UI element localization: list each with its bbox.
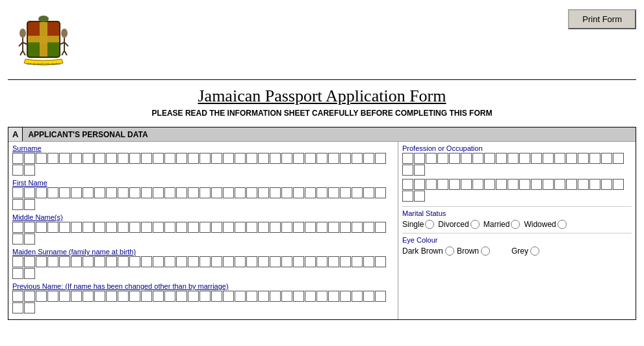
maiden-surname-label[interactable]: Maiden Surname (family name at birth) (12, 248, 394, 256)
char-box[interactable] (118, 153, 129, 164)
char-box[interactable] (141, 222, 152, 233)
char-box[interactable] (461, 153, 472, 164)
char-box[interactable] (305, 291, 316, 302)
char-box[interactable] (496, 179, 507, 190)
char-box[interactable] (270, 222, 281, 233)
char-box[interactable] (352, 222, 363, 233)
grey-radio[interactable] (530, 246, 539, 256)
char-box[interactable] (164, 222, 175, 233)
dark-brown-radio[interactable] (445, 246, 454, 256)
char-box[interactable] (437, 153, 448, 164)
marital-married-item[interactable]: Married (483, 220, 521, 229)
char-box[interactable] (496, 153, 507, 164)
char-box[interactable] (235, 256, 246, 267)
char-box[interactable] (589, 153, 600, 164)
char-box[interactable] (176, 187, 187, 198)
char-box[interactable] (293, 291, 304, 302)
char-box[interactable] (129, 187, 140, 198)
widowed-radio[interactable] (558, 220, 567, 229)
char-box[interactable] (281, 256, 292, 267)
char-box[interactable] (601, 153, 612, 164)
char-box[interactable] (59, 187, 70, 198)
char-box[interactable] (24, 165, 35, 176)
char-box[interactable] (141, 153, 152, 164)
char-box[interactable] (293, 187, 304, 198)
eye-brown-item[interactable]: Brown (457, 246, 509, 256)
char-box[interactable] (47, 256, 58, 267)
char-box[interactable] (316, 256, 328, 267)
char-box[interactable] (36, 153, 47, 164)
char-box[interactable] (328, 187, 339, 198)
char-box[interactable] (281, 291, 292, 302)
char-box[interactable] (153, 291, 164, 302)
char-box[interactable] (352, 187, 363, 198)
char-box[interactable] (316, 291, 328, 302)
char-box[interactable] (270, 187, 281, 198)
char-box[interactable] (153, 256, 164, 267)
char-box[interactable] (12, 199, 23, 210)
char-box[interactable] (141, 256, 152, 267)
char-box[interactable] (328, 291, 339, 302)
char-box[interactable] (176, 153, 187, 164)
char-box[interactable] (246, 187, 257, 198)
char-box[interactable] (340, 222, 351, 233)
single-radio[interactable] (425, 220, 434, 229)
char-box[interactable] (363, 187, 374, 198)
char-box[interactable] (484, 179, 495, 190)
char-box[interactable] (118, 256, 129, 267)
char-box[interactable] (472, 153, 483, 164)
char-box[interactable] (211, 153, 222, 164)
char-box[interactable] (12, 302, 23, 313)
char-box[interactable] (12, 187, 23, 198)
char-box[interactable] (141, 187, 152, 198)
char-box[interactable] (363, 256, 374, 267)
char-box[interactable] (141, 291, 152, 302)
surname-label[interactable]: Surname (12, 144, 394, 152)
char-box[interactable] (258, 187, 269, 198)
char-box[interactable] (258, 153, 269, 164)
char-box[interactable] (328, 256, 339, 267)
char-box[interactable] (223, 222, 234, 233)
middle-names-label[interactable]: Middle Name(s) (12, 213, 394, 221)
char-box[interactable] (176, 222, 187, 233)
char-box[interactable] (375, 256, 386, 267)
char-box[interactable] (402, 179, 413, 190)
char-box[interactable] (589, 179, 600, 190)
char-box[interactable] (211, 187, 222, 198)
char-box[interactable] (223, 291, 234, 302)
char-box[interactable] (402, 153, 413, 164)
char-box[interactable] (543, 153, 554, 164)
previous-name-label[interactable]: Previous Name: (If name has been changed… (12, 282, 394, 290)
char-box[interactable] (316, 153, 328, 164)
char-box[interactable] (59, 153, 70, 164)
char-box[interactable] (12, 233, 23, 245)
char-box[interactable] (578, 153, 589, 164)
char-box[interactable] (328, 153, 339, 164)
char-box[interactable] (47, 187, 58, 198)
char-box[interactable] (24, 187, 35, 198)
char-box[interactable] (12, 256, 23, 267)
char-box[interactable] (328, 222, 339, 233)
char-box[interactable] (94, 187, 105, 198)
char-box[interactable] (566, 179, 577, 190)
char-box[interactable] (235, 187, 246, 198)
char-box[interactable] (258, 222, 269, 233)
char-box[interactable] (188, 222, 199, 233)
char-box[interactable] (12, 268, 23, 279)
char-box[interactable] (24, 291, 35, 302)
char-box[interactable] (352, 291, 363, 302)
char-box[interactable] (340, 153, 351, 164)
marital-widowed-item[interactable]: Widowed (524, 220, 566, 229)
char-box[interactable] (305, 256, 316, 267)
char-box[interactable] (246, 291, 257, 302)
char-box[interactable] (24, 302, 35, 313)
char-box[interactable] (24, 256, 35, 267)
char-box[interactable] (94, 153, 105, 164)
char-box[interactable] (402, 165, 413, 176)
char-box[interactable] (94, 222, 105, 233)
char-box[interactable] (153, 187, 164, 198)
char-box[interactable] (508, 179, 519, 190)
char-box[interactable] (235, 291, 246, 302)
char-box[interactable] (164, 187, 175, 198)
char-box[interactable] (363, 153, 374, 164)
